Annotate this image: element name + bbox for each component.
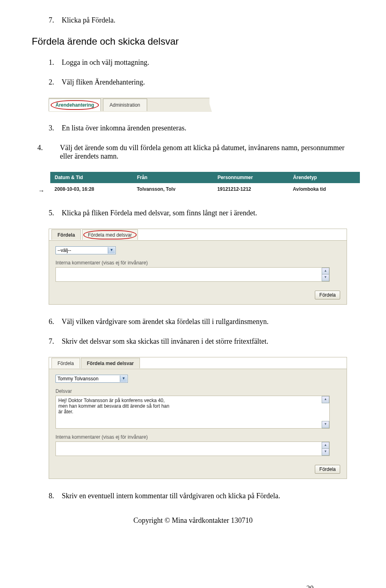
tab-label: Ärendehantering (55, 102, 94, 108)
step-number: 4. (49, 144, 60, 152)
section-heading: Fördela ärende och skicka delsvar (32, 36, 352, 47)
col-datum-tid[interactable]: Datum & Tid (51, 172, 133, 183)
step-8: 8. Skriv en eventuell intern kommentar t… (49, 492, 352, 500)
step-1: 1. Logga in och välj mottagning. (49, 58, 352, 67)
scroll-up-icon[interactable]: ▲ (322, 396, 329, 403)
chevron-down-icon: ▼ (120, 375, 127, 382)
internal-comment-textarea[interactable]: ▲ ▼ (55, 267, 330, 282)
tab-fordela[interactable]: Fördela (51, 358, 80, 368)
step-6: 6. Välj vilken vårdgivare som ärendet sk… (49, 318, 352, 326)
table-row[interactable]: 2008-10-03, 16:28 Tolvansson, Tolv 19121… (51, 183, 360, 196)
delsvar-label: Delsvar (55, 388, 340, 394)
tab-label: Fördela med delsvar (88, 232, 132, 238)
panel-tabs: Fördela Fördela med delsvar (49, 229, 347, 241)
scroll-down-icon[interactable]: ▼ (322, 421, 329, 428)
tab-fordela-med-delsvar[interactable]: Fördela med delsvar (82, 229, 138, 240)
cell-datum: 2008-10-03, 16:28 (51, 183, 133, 196)
tab-administration[interactable]: Administration (103, 99, 147, 111)
scroll-down-icon[interactable]: ▼ (322, 448, 329, 456)
step-number: 7. (49, 16, 60, 25)
select-value: Tommy Tolvansson (57, 376, 99, 382)
internal-comment-label: Interna kommentarer (visas ej för invåna… (55, 434, 340, 440)
scroll-down-icon[interactable]: ▼ (322, 274, 329, 281)
cell-fran: Tolvansson, Tolv (133, 183, 213, 196)
step-number: 3. (49, 124, 60, 132)
caregiver-select[interactable]: Tommy Tolvansson ▼ (55, 375, 128, 383)
panel-tabs: Fördela Fördela med delsvar (49, 357, 347, 369)
tab-arendehantering[interactable]: Ärendehantering (49, 99, 101, 111)
tab-fordela[interactable]: Fördela (51, 229, 81, 240)
col-arendetyp[interactable]: Ärendetyp (289, 172, 359, 183)
tab-label: Fördela med delsvar (87, 361, 134, 366)
step-3: 3. En lista över inkomna ärenden present… (49, 124, 352, 132)
internal-comment-textarea[interactable]: ▲ ▼ (55, 442, 330, 456)
delsvar-text: Hej! Doktor Tolvansson är på konferens v… (56, 396, 329, 416)
screenshot-tabs: Ärendehantering Administration (49, 98, 209, 112)
step-4: 4.Välj det ärende som du vill fördela ge… (49, 144, 352, 161)
chevron-down-icon: ▼ (108, 247, 115, 254)
step-2: 2. Välj fliken Ärendehantering. (49, 78, 352, 87)
footer-copyright: Copyright © Mina vårdkontakter 130710 (34, 516, 352, 525)
step-text: Skriv en eventuell intern kommentar till… (62, 492, 280, 500)
caregiver-select[interactable]: --välj-- ▼ (55, 246, 116, 254)
step-text: Skriv det delsvar som ska skickas till i… (62, 337, 269, 345)
screenshot-fordela-panel-1: Fördela Fördela med delsvar --välj-- ▼ I… (49, 229, 347, 305)
cell-typ: Av/omboka tid (289, 183, 359, 196)
step-text: Logga in och välj mottagning. (62, 58, 149, 66)
tab-label: Administration (110, 102, 140, 108)
delsvar-textarea[interactable]: Hej! Doktor Tolvansson är på konferens v… (55, 396, 330, 429)
step-number: 6. (49, 318, 60, 326)
errand-table: Datum & Tid Från Personnummer Ärendetyp … (50, 172, 360, 195)
select-value: --välj-- (57, 248, 71, 253)
step-text: Välj vilken vårdgivare som ärendet ska f… (62, 318, 269, 326)
page-number: 20 (306, 584, 314, 588)
step-text: Klicka på Fördela. (62, 16, 115, 24)
step-number: 5. (49, 209, 60, 217)
step-text: Välj det ärende som du vill fördela geno… (60, 144, 345, 160)
table-header-row: Datum & Tid Från Personnummer Ärendetyp (51, 172, 360, 183)
screenshot-table: → Datum & Tid Från Personnummer Ärendety… (39, 172, 352, 195)
step-number: 1. (49, 58, 60, 67)
step-number: 2. (49, 78, 60, 87)
col-personnummer[interactable]: Personnummer (213, 172, 289, 183)
arrow-icon: → (38, 187, 44, 194)
cell-pnr: 19121212-1212 (213, 183, 289, 196)
step-7: 7. Skriv det delsvar som ska skickas til… (49, 337, 352, 346)
screenshot-fordela-panel-2: Fördela Fördela med delsvar Tommy Tolvan… (49, 357, 347, 479)
step-7-top: 7. Klicka på Fördela. (49, 16, 352, 25)
step-text: En lista över inkomna ärenden presentera… (62, 124, 187, 132)
tab-label: Fördela (57, 361, 74, 366)
step-text: Välj fliken Ärendehantering. (62, 78, 145, 86)
step-5: 5. Klicka på fliken Fördela med delsvar,… (49, 209, 352, 217)
fordela-button[interactable]: Fördela (315, 465, 340, 474)
tab-fordela-med-delsvar[interactable]: Fördela med delsvar (81, 358, 140, 368)
tab-label: Fördela (57, 232, 75, 238)
step-text: Klicka på fliken Fördela med delsvar, so… (62, 209, 257, 217)
internal-comment-label: Interna kommentarer (visas ej för invåna… (55, 260, 340, 266)
step-number: 8. (49, 492, 60, 500)
fordela-button[interactable]: Fördela (315, 291, 340, 299)
col-fran[interactable]: Från (133, 172, 213, 183)
step-number: 7. (49, 337, 60, 346)
